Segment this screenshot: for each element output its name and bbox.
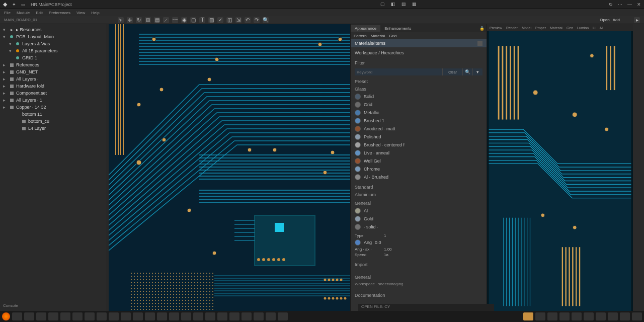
taskbar-app[interactable] bbox=[169, 312, 179, 320]
tray-icon-2[interactable]: ◧ bbox=[391, 2, 396, 7]
ptab-proper[interactable]: Proper bbox=[534, 26, 547, 30]
taskbar-app[interactable] bbox=[193, 312, 203, 320]
tray-icon-3[interactable]: ▤ bbox=[401, 2, 407, 7]
tree-item[interactable]: ▸All Layers · 1 bbox=[0, 97, 106, 104]
subtab-pattern[interactable]: Pattern bbox=[354, 34, 367, 38]
tab-appearance[interactable]: Appearance bbox=[351, 25, 380, 32]
taskbar-app[interactable] bbox=[145, 312, 155, 320]
menu-file[interactable]: File bbox=[4, 11, 11, 15]
material-item[interactable]: Al · Brushed bbox=[355, 173, 482, 181]
tree-item[interactable]: ▾All 15 parameters bbox=[0, 47, 106, 54]
tray-item[interactable] bbox=[535, 312, 545, 320]
material-item[interactable]: Solid bbox=[355, 93, 482, 101]
menu-edit[interactable]: Edit bbox=[36, 11, 43, 15]
material-item[interactable]: Well Gel bbox=[355, 157, 482, 165]
material-item[interactable]: Anodized · matt bbox=[355, 125, 482, 133]
taskbar-app[interactable] bbox=[12, 312, 22, 320]
ptab-model[interactable]: Model bbox=[520, 26, 533, 30]
material-item[interactable]: Live · anneal bbox=[355, 149, 482, 157]
material-item[interactable]: Brushed · centered f bbox=[355, 141, 482, 149]
taskbar-app[interactable] bbox=[72, 312, 83, 320]
ptab-render[interactable]: Render bbox=[505, 26, 519, 30]
ptab-gen[interactable]: Gen bbox=[565, 26, 575, 30]
tree-item[interactable]: ▸Component.set bbox=[0, 90, 106, 97]
more-icon[interactable]: ⋯ bbox=[618, 2, 622, 7]
start-button[interactable] bbox=[2, 312, 10, 320]
taskbar-app[interactable] bbox=[60, 312, 70, 320]
material-item[interactable]: Metallic bbox=[355, 109, 482, 117]
tray-item[interactable] bbox=[572, 312, 582, 320]
close-icon[interactable]: ✕ bbox=[637, 2, 641, 7]
ptab-lumino[interactable]: Lumino bbox=[576, 26, 590, 30]
subtab-grid[interactable]: Grid bbox=[389, 34, 396, 38]
minimize-icon[interactable]: — bbox=[627, 2, 632, 7]
ptab-li[interactable]: Li bbox=[591, 26, 597, 30]
pcb-preview-panel[interactable]: Preview Render Model Proper Material Gen… bbox=[487, 24, 633, 311]
taskbar-app[interactable] bbox=[121, 312, 131, 320]
taskbar-app[interactable] bbox=[254, 312, 264, 320]
param-ang[interactable]: Ang0.0 bbox=[355, 238, 482, 247]
tool-rotate[interactable]: ↻ bbox=[136, 17, 142, 23]
menu-module[interactable]: Module bbox=[17, 11, 30, 15]
tree-item[interactable]: ▸GND_NET bbox=[0, 68, 106, 75]
ptab-preview[interactable]: Preview bbox=[488, 26, 504, 30]
tool-text[interactable]: T bbox=[199, 17, 205, 23]
tab-lock-icon[interactable]: 🔒 bbox=[475, 25, 487, 32]
tray-item[interactable] bbox=[523, 312, 533, 320]
tree-item[interactable]: ▾Layers & Vias bbox=[0, 40, 106, 47]
taskbar-app[interactable] bbox=[133, 312, 143, 320]
tray-icon-4[interactable]: ▦ bbox=[412, 2, 418, 7]
taskbar-app[interactable] bbox=[157, 312, 167, 320]
material-item[interactable]: Polished bbox=[355, 133, 482, 141]
param-item[interactable]: Al bbox=[355, 207, 482, 215]
taskbar-app[interactable] bbox=[97, 312, 107, 320]
tray-item[interactable] bbox=[547, 312, 557, 320]
param-item[interactable]: Gold bbox=[355, 215, 482, 223]
tool-trace[interactable]: 〰 bbox=[172, 17, 178, 23]
tool-move[interactable] bbox=[127, 17, 133, 23]
taskbar-app[interactable] bbox=[181, 312, 191, 320]
filter-dropdown-icon[interactable]: ▾ bbox=[472, 68, 482, 75]
menu-prefs[interactable]: Preferences bbox=[49, 11, 70, 15]
pcb-canvas-main[interactable] bbox=[109, 24, 350, 311]
doc-icon[interactable]: ▭ bbox=[21, 2, 26, 7]
tool-undo[interactable]: ↶ bbox=[245, 17, 251, 23]
console-label[interactable]: Console bbox=[3, 303, 18, 308]
tree-item[interactable]: ▸Copper · 14 32 bbox=[0, 104, 106, 111]
tree-item[interactable]: L4 Layer bbox=[0, 125, 106, 132]
header-menu-icon[interactable] bbox=[477, 41, 482, 46]
tray-item[interactable] bbox=[584, 312, 594, 320]
toolbar-open[interactable]: Open bbox=[600, 18, 610, 22]
tree-item[interactable]: ▾▸▸ Resources bbox=[0, 26, 106, 33]
subtab-material[interactable]: Material bbox=[371, 34, 385, 38]
taskbar-app[interactable] bbox=[109, 312, 119, 320]
tray-icon-1[interactable]: ▢ bbox=[380, 2, 386, 7]
taskbar-app[interactable] bbox=[229, 312, 239, 320]
app-icon-2[interactable]: ✦ bbox=[12, 2, 16, 7]
tree-item[interactable]: ▸All Layers · bbox=[0, 75, 106, 83]
menu-help[interactable]: Help bbox=[91, 11, 99, 15]
panel-toggle[interactable]: ▸ bbox=[634, 17, 640, 23]
tool-redo[interactable]: ↷ bbox=[254, 17, 260, 23]
tool-layer[interactable]: ▤ bbox=[154, 17, 160, 23]
tool-measure[interactable]: ⟋ bbox=[163, 17, 169, 23]
tree-item[interactable]: bottom_cu bbox=[0, 118, 106, 125]
taskbar-app[interactable] bbox=[205, 312, 215, 320]
app-menu-icon[interactable]: ◆ bbox=[3, 1, 7, 8]
material-item[interactable]: Brushed 1 bbox=[355, 117, 482, 125]
taskbar-app[interactable] bbox=[242, 312, 252, 320]
tray-item[interactable] bbox=[596, 312, 606, 320]
refresh-icon[interactable]: ↻ bbox=[609, 2, 613, 7]
tree-item[interactable]: ▾PCB_Layout_Main bbox=[0, 33, 106, 40]
tool-select[interactable] bbox=[118, 17, 124, 23]
tree-item[interactable]: bottom 11 bbox=[0, 111, 106, 118]
tool-via[interactable]: ◉ bbox=[181, 17, 187, 23]
taskbar-app[interactable] bbox=[266, 312, 276, 320]
tool-grid[interactable]: ⊞ bbox=[145, 17, 151, 23]
tree-item[interactable]: ▸Hardware fold bbox=[0, 83, 106, 90]
tool-zoom[interactable]: 🔍 bbox=[263, 17, 269, 23]
material-item[interactable]: Chrome bbox=[355, 165, 482, 173]
tool-zone[interactable]: ▨ bbox=[208, 17, 214, 23]
tool-3d[interactable]: ◫ bbox=[226, 17, 232, 23]
tool-drc[interactable]: ✓ bbox=[217, 17, 223, 23]
